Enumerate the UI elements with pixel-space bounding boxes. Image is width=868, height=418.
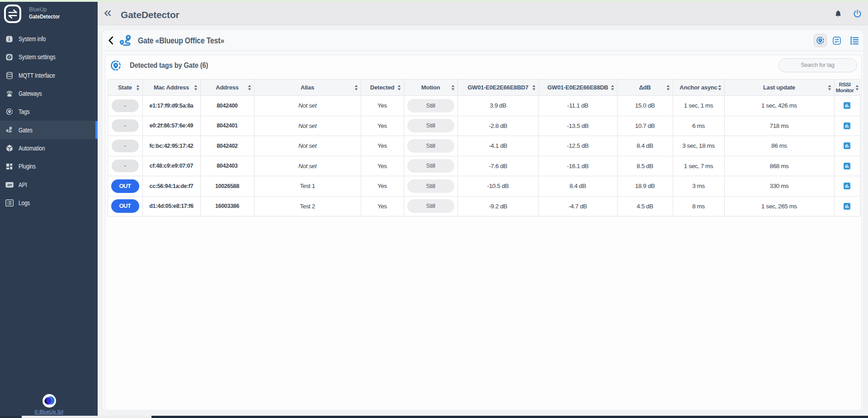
- svg-text:API: API: [7, 183, 12, 186]
